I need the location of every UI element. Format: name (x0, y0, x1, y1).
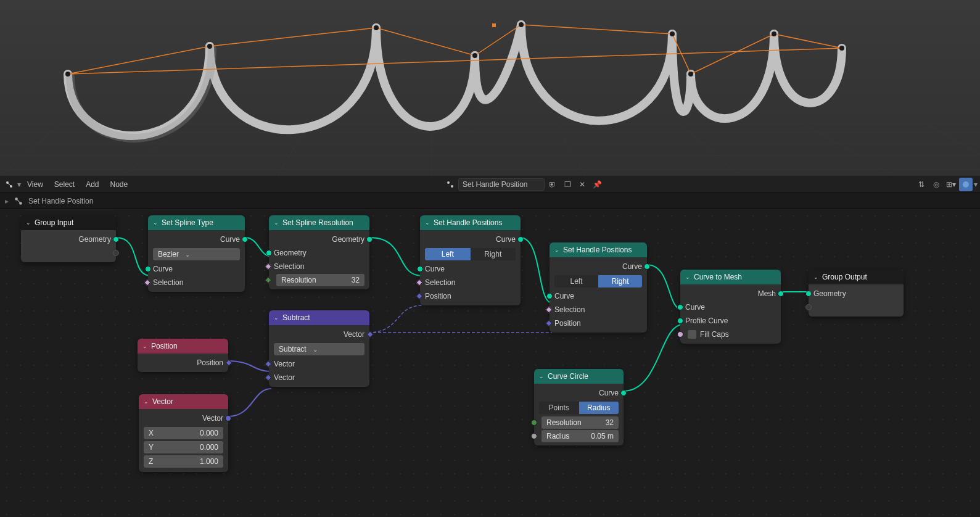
node-title: Set Handle Positions (434, 218, 502, 227)
node-group-input[interactable]: ⌄ Group Input Geometry (21, 215, 116, 262)
socket-selection-input[interactable]: Selection (269, 260, 369, 273)
handle-mode-toggle[interactable]: Left Right (425, 248, 516, 260)
node-editor-header: ▾ View Select Add Node Set Handle Positi… (0, 176, 980, 193)
socket-geometry-input[interactable]: Geometry (269, 246, 369, 260)
node-header[interactable]: ⌄ Set Spline Type (148, 215, 245, 230)
menu-node[interactable]: Node (105, 178, 133, 191)
menu-add[interactable]: Add (81, 178, 104, 191)
socket-vector-output[interactable]: Vector (269, 328, 369, 341)
node-header[interactable]: ⌄ Vector (139, 394, 228, 409)
node-tree-type-icon[interactable] (443, 178, 457, 191)
node-header[interactable]: ⌄ Group Input (21, 215, 116, 230)
socket-selection-input[interactable]: Selection (420, 276, 521, 289)
arrows-icon[interactable]: ⇅ (915, 178, 928, 191)
socket-fill-caps-input[interactable]: Fill Caps (680, 328, 781, 341)
socket-geometry-input[interactable]: Geometry (809, 287, 904, 300)
vector-y-field[interactable]: Y0.000 (144, 441, 223, 453)
node-header[interactable]: ⌄ Subtract (269, 310, 369, 325)
socket-curve-input[interactable]: Curve (148, 262, 245, 276)
socket-curve-output[interactable]: Curve (534, 386, 624, 400)
editor-type-icon[interactable] (2, 178, 16, 191)
node-title: Curve Circle (548, 372, 588, 381)
node-set-spline-type[interactable]: ⌄ Set Spline Type Curve Bezier Curve Sel… (148, 215, 245, 292)
toggle-points[interactable]: Points (539, 402, 579, 414)
node-editor-canvas[interactable]: ⌄ Group Input Geometry ⌄ Set Spline Type… (0, 209, 980, 517)
socket-resolution-input[interactable]: Resolution 32 (534, 416, 624, 429)
socket-vector-output[interactable]: Vector (139, 412, 228, 425)
socket-position-input[interactable]: Position (420, 289, 521, 303)
toggle-right[interactable]: Right (471, 248, 516, 260)
socket-vector-b-input[interactable]: Vector (269, 371, 369, 384)
duplicate-icon[interactable]: ❐ (561, 178, 574, 191)
snap-icon[interactable]: ⊞▾ (944, 178, 958, 191)
overlay-icon[interactable]: ◎ (929, 178, 943, 191)
chevron-down-icon: ⌄ (274, 220, 279, 226)
socket-curve-input[interactable]: Curve (420, 262, 521, 276)
node-header[interactable]: ⌄ Position (138, 339, 228, 354)
node-header[interactable]: ⌄ Set Spline Resolution (269, 215, 369, 230)
node-title: Position (151, 342, 178, 350)
socket-geometry-output[interactable]: Geometry (269, 233, 369, 246)
menu-view[interactable]: View (22, 178, 48, 191)
node-vector[interactable]: ⌄ Vector Vector X0.000 Y0.000 Z1.000 (139, 394, 228, 472)
svg-point-13 (65, 72, 70, 77)
svg-point-15 (374, 25, 379, 30)
vector-x-field[interactable]: X0.000 (144, 427, 223, 439)
socket-resolution-input[interactable]: Resolution 32 (269, 273, 369, 287)
shield-icon[interactable]: ⛨ (546, 178, 559, 191)
socket-position-input[interactable]: Position (550, 316, 647, 330)
socket-curve-output[interactable]: Curve (148, 233, 245, 246)
node-set-spline-resolution[interactable]: ⌄ Set Spline Resolution Geometry Geometr… (269, 215, 369, 289)
operation-dropdown[interactable]: Subtract (274, 343, 364, 355)
socket-curve-output[interactable]: Curve (420, 233, 521, 246)
shading-icon[interactable] (959, 178, 973, 191)
toggle-left[interactable]: Left (425, 248, 471, 260)
socket-radius-input[interactable]: Radius 0.05 m (534, 429, 624, 443)
toggle-left[interactable]: Left (554, 275, 598, 287)
socket-virtual-output[interactable] (21, 246, 116, 260)
pin-icon[interactable]: 📌 (590, 178, 604, 191)
svg-line-31 (17, 199, 20, 202)
socket-selection-input[interactable]: Selection (148, 276, 245, 289)
node-curve-to-mesh[interactable]: ⌄ Curve to Mesh Mesh Curve Profile Curve… (680, 270, 781, 344)
node-header[interactable]: ⌄ Group Output (809, 270, 904, 284)
socket-curve-input[interactable]: Curve (550, 289, 647, 303)
node-group-output[interactable]: ⌄ Group Output Geometry (809, 270, 904, 316)
node-header[interactable]: ⌄ Curve to Mesh (680, 270, 781, 284)
svg-point-19 (688, 72, 693, 77)
socket-geometry-output[interactable]: Geometry (21, 233, 116, 246)
breadcrumb: ▸ Set Handle Position (0, 193, 980, 209)
socket-profile-curve-input[interactable]: Profile Curve (680, 314, 781, 328)
handle-mode-toggle[interactable]: Left Right (554, 275, 642, 287)
socket-curve-input[interactable]: Curve (680, 300, 781, 314)
node-tree-selector[interactable]: Set Handle Position (458, 178, 545, 191)
node-curve-circle[interactable]: ⌄ Curve Circle Curve Points Radius Resol… (534, 369, 624, 445)
vector-z-field[interactable]: Z1.000 (144, 455, 223, 468)
socket-selection-input[interactable]: Selection (550, 303, 647, 316)
node-header[interactable]: ⌄ Set Handle Positions (550, 242, 647, 257)
socket-virtual-input[interactable] (809, 300, 904, 314)
socket-vector-a-input[interactable]: Vector (269, 357, 369, 371)
node-set-handle-positions-right[interactable]: ⌄ Set Handle Positions Curve Left Right … (550, 242, 647, 333)
node-title: Subtract (282, 313, 310, 322)
breadcrumb-label: Set Handle Position (28, 197, 93, 205)
node-header[interactable]: ⌄ Curve Circle (534, 369, 624, 384)
spline-type-dropdown[interactable]: Bezier (153, 248, 240, 260)
chevron-down-icon: ⌄ (142, 343, 147, 349)
node-header[interactable]: ⌄ Set Handle Positions (420, 215, 521, 230)
chevron-right-icon: ▸ (5, 197, 9, 205)
socket-mesh-output[interactable]: Mesh (680, 287, 781, 300)
node-position[interactable]: ⌄ Position Position (138, 339, 228, 372)
chevron-down-icon: ⌄ (813, 274, 818, 280)
socket-position-output[interactable]: Position (138, 356, 228, 370)
svg-point-28 (963, 181, 969, 188)
unlink-icon[interactable]: ✕ (575, 178, 589, 191)
toggle-radius[interactable]: Radius (579, 402, 619, 414)
node-set-handle-positions-left[interactable]: ⌄ Set Handle Positions Curve Left Right … (420, 215, 521, 305)
toggle-right[interactable]: Right (598, 275, 642, 287)
circle-mode-toggle[interactable]: Points Radius (539, 402, 619, 414)
node-vector-math-subtract[interactable]: ⌄ Subtract Vector Subtract Vector Vector (269, 310, 369, 387)
viewport-3d[interactable] (0, 0, 980, 176)
socket-curve-output[interactable]: Curve (550, 260, 647, 273)
menu-select[interactable]: Select (49, 178, 80, 191)
